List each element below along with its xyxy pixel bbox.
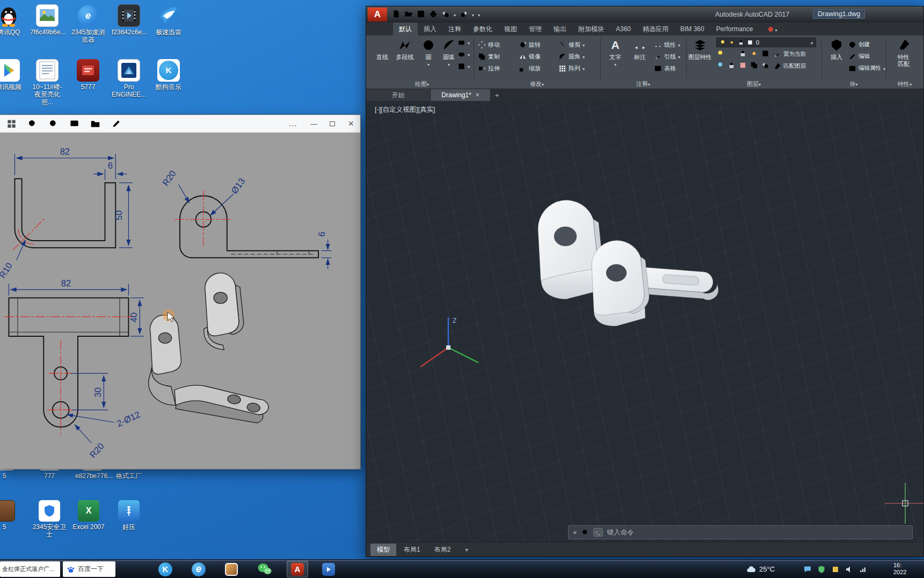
rectangle-button[interactable] [457,38,470,47]
stretch-button[interactable]: 拉伸 [478,63,500,73]
file-tab-drawing1[interactable]: Drawing1* [431,89,491,101]
draw-panel-label[interactable]: 绘图 [370,80,474,88]
more-menu-button[interactable]: … [288,119,297,128]
table-button[interactable]: 表格 [654,63,676,73]
rotate-button[interactable]: 旋转 [519,40,541,49]
minimize-button[interactable] [310,119,317,128]
dimension-button[interactable]: 标注 [628,38,652,61]
taskbar-autocad[interactable] [287,561,308,577]
ribbon-tab-view[interactable]: 视图 [498,23,523,35]
layer-walk-icon[interactable] [761,49,769,57]
taskbar-wechat[interactable] [254,561,275,577]
array-button[interactable]: 阵列 [558,63,585,73]
command-search-icon[interactable] [581,529,589,536]
taskbar-media-player[interactable] [318,561,339,577]
match-layer-button[interactable]: 匹配图层 [773,61,806,71]
ribbon-tab-manage[interactable]: 管理 [523,23,548,35]
block-panel-label[interactable]: 块 [821,80,886,88]
desktop-icon-2345-browser[interactable]: 2345加速浏览器 [71,4,105,44]
viewer-content[interactable]: 82 6 50 R10 [0,133,360,469]
trim-button[interactable]: 修剪 [558,40,585,49]
layer-prev-icon[interactable] [761,61,769,69]
layer-merge-icon[interactable] [750,61,758,69]
mirror-button[interactable]: 镜像 [519,52,541,61]
tab-layout1[interactable]: 布局1 [397,544,427,556]
desktop-icon-edge2[interactable]: 5 [0,500,21,531]
redo-icon[interactable] [460,10,468,18]
tray-chat-icon[interactable] [803,565,812,574]
desktop-icon-media-file[interactable]: f23642c6e... [112,4,146,36]
plot-icon[interactable] [429,10,438,18]
layers-panel-label[interactable]: 图层 [686,80,821,88]
ribbon-tab-performance[interactable]: Performance [710,23,759,35]
match-properties-button[interactable]: 特性匹配 [890,38,917,68]
ribbon-options-button[interactable] [764,23,781,35]
layer-unlock-icon[interactable] [727,61,736,69]
ellipse-button[interactable] [457,49,470,59]
copy-button[interactable]: 复制 [478,52,500,61]
desktop-icon-qq[interactable]: 腾讯QQ [0,4,26,36]
tray-update-icon[interactable] [831,565,840,574]
text-button[interactable]: 文字 [603,38,627,68]
desktop-icon-image-file[interactable]: 7f6c49b6e... [30,4,64,36]
fillet-button[interactable]: 圆角 [558,52,585,61]
layer-properties-button[interactable]: 图层特性 [688,38,712,61]
ribbon-tab-parametric[interactable]: 参数化 [467,23,498,35]
network-icon[interactable] [859,565,868,574]
tab-model[interactable]: 模型 [370,544,396,556]
maximize-button[interactable] [330,121,335,126]
linear-dim-button[interactable]: 线性 [654,40,680,49]
insert-block-button[interactable]: 插入 [825,38,848,61]
layer-on-icon[interactable] [716,49,724,57]
line-button[interactable]: 直线 [370,38,394,61]
taskbar-weather[interactable]: 25°C [746,560,775,578]
ribbon-tab-annotate[interactable]: 注释 [442,23,467,35]
desktop-icon-proe[interactable]: Pro ENGINEE... [112,59,146,98]
taskbar-photo-viewer[interactable] [221,561,242,577]
desktop-icon-xunlei[interactable]: 极速迅雷 [151,4,186,36]
move-button[interactable]: 移动 [478,40,500,49]
close-button[interactable] [348,118,354,129]
close-command-icon[interactable] [573,528,577,537]
command-input[interactable]: 键入命令 [607,528,634,537]
desktop-icon-document[interactable]: 10~11#楼-夜景亮化照... [30,59,64,106]
polyline-button[interactable]: 多段线 [393,38,417,61]
desktop-icon-haozip[interactable]: 好压 [112,500,146,531]
zoom-in-icon[interactable] [27,119,38,129]
create-block-button[interactable]: 创建 [848,40,870,49]
layer-dropdown[interactable]: 0 [716,38,816,47]
tray-shield-icon[interactable] [817,565,826,574]
taskbar-kugou[interactable] [155,561,176,577]
desktop-icon-5777[interactable]: 5777 [71,59,105,91]
ribbon-tab-bim360[interactable]: BIM 360 [674,23,710,35]
desktop-icon-kugou[interactable]: 酷狗音乐 [151,59,186,91]
properties-panel-label[interactable]: 特性 [886,80,923,88]
volume-icon[interactable] [845,565,854,574]
ribbon-tab-addins[interactable]: 附加模块 [572,23,610,35]
layer-freeze-icon[interactable] [727,49,736,57]
scale-button[interactable]: 缩放 [519,63,541,73]
news-ticker[interactable]: 金红弹正式落户广... [0,561,60,577]
undo-dropdown-icon[interactable] [454,9,456,19]
download-icon[interactable] [132,119,142,129]
modify-panel-label[interactable]: 修改 [474,80,600,88]
annotate-panel-label[interactable]: 注释 [600,80,686,88]
undo-icon[interactable] [441,10,450,18]
layer-off-icon[interactable] [716,61,724,69]
leader-button[interactable]: 引线 [654,52,680,61]
edit-icon[interactable] [111,119,121,129]
edit-attributes-button[interactable]: 编辑属性 [848,63,885,73]
layer-lock-icon[interactable] [739,49,747,57]
tab-layout2[interactable]: 布局2 [428,544,457,556]
ribbon-tab-a360[interactable]: A360 [610,23,637,35]
acad-app-button[interactable] [368,8,387,21]
open-folder-icon[interactable] [90,119,100,129]
new-drawing-tab-button[interactable] [491,89,504,101]
desktop-icon-2345-guard[interactable]: 2345安全卫士 [32,500,67,538]
new-layout-button[interactable] [458,544,475,555]
save-icon[interactable] [417,10,425,18]
ribbon-tab-featured[interactable]: 精选应用 [637,23,674,35]
close-tab-icon[interactable] [476,91,479,99]
file-tab-start[interactable]: 开始 [366,89,431,101]
ribbon-tab-default[interactable]: 默认 [393,23,418,35]
